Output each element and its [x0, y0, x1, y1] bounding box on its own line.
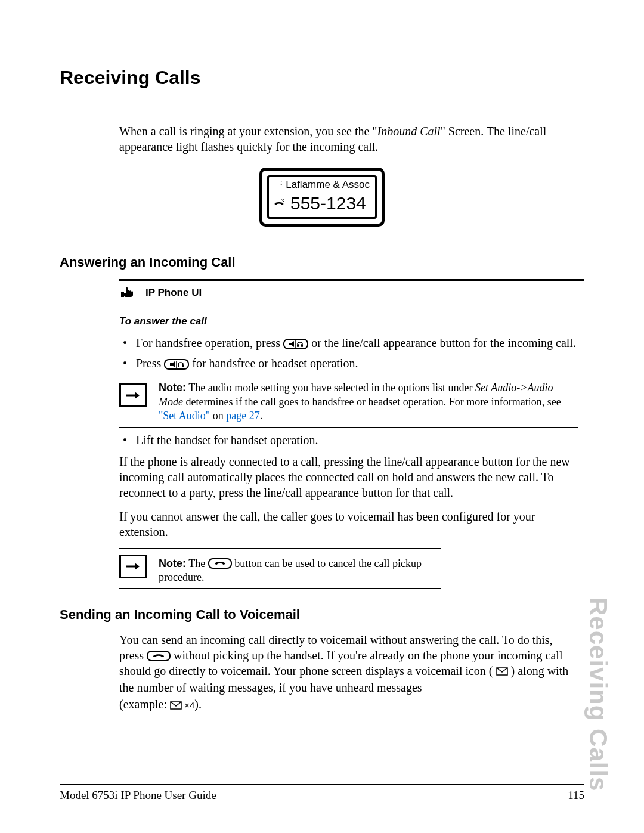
note2-a: The	[186, 558, 208, 569]
inbound-call-term: Inbound Call	[377, 125, 441, 138]
link-page-27[interactable]: page 27	[226, 410, 259, 422]
note-audio-mode: Note: The audio mode setting you have se…	[119, 377, 578, 427]
to-answer-title: To answer the call	[119, 315, 584, 328]
envelope-icon	[496, 664, 508, 679]
para-already-connected: If the phone is already connected to a c…	[119, 454, 578, 500]
svg-rect-3	[301, 344, 303, 347]
note1-end: .	[260, 410, 263, 422]
svg-rect-6	[182, 364, 184, 367]
bullet1b: or the line/call appearance button for t…	[311, 336, 576, 349]
bullet3: Lift the handset for handset operation.	[136, 433, 318, 447]
intro-prefix: When a call is ringing at your extension…	[119, 125, 377, 138]
note-label: Note:	[159, 382, 186, 394]
speaker-headset-button-icon	[164, 359, 189, 370]
arrow-right-icon	[119, 383, 147, 407]
svg-rect-2	[297, 344, 299, 347]
footer-page-number: 115	[568, 788, 584, 803]
bullet1a: For handsfree operation, press	[136, 336, 283, 349]
voicemail-paragraph: You can send an incoming call directly t…	[119, 632, 578, 714]
side-tab: Receiving Calls	[581, 597, 614, 791]
vm-e: ).	[194, 698, 202, 711]
list-item: Lift the handset for handset operation.	[119, 432, 578, 448]
arrow-right-icon	[119, 555, 147, 578]
answer-bullets-2: Lift the handset for handset operation.	[119, 432, 578, 448]
lcd-figure: ↕ Laflamme & Assoc 555-1234	[259, 168, 385, 227]
page-title: Receiving Calls	[60, 66, 584, 91]
para-cannot-answer: If you cannot answer the call, the calle…	[119, 509, 578, 540]
speaker-headset-button-icon	[283, 339, 308, 349]
ip-phone-ui-bar: IP Phone UI	[119, 279, 584, 305]
voicemail-heading: Sending an Incoming Call to Voicemail	[60, 606, 584, 624]
svg-rect-5	[178, 364, 179, 367]
note-cancel-pickup: Note: The button can be used to cancel t…	[119, 548, 441, 589]
vm-count: ×4	[182, 700, 194, 710]
lcd-indicator: ↕	[280, 179, 283, 186]
list-item: For handsfree operation, press or the li…	[119, 335, 578, 351]
note-label: Note:	[159, 558, 186, 569]
link-set-audio[interactable]: "Set Audio"	[159, 410, 210, 422]
note1-b: determines if the call goes to handsfree…	[183, 396, 561, 408]
ip-phone-ui-label: IP Phone UI	[145, 286, 202, 299]
hand-pointing-icon	[120, 284, 138, 301]
phone-ringing-icon	[274, 195, 284, 210]
note1-a: The audio mode setting you have selected…	[186, 382, 475, 394]
envelope-icon	[170, 698, 182, 713]
bullet2a: Press	[136, 357, 164, 370]
lcd-caller-number: 555-1234	[290, 191, 366, 215]
lcd-caller-name: Laflamme & Assoc	[286, 179, 370, 190]
goodbye-button-icon	[147, 651, 171, 661]
intro-paragraph: When a call is ringing at your extension…	[119, 123, 578, 154]
page-footer: Model 6753i IP Phone User Guide 115	[60, 784, 584, 803]
answer-bullets: For handsfree operation, press or the li…	[119, 335, 578, 371]
page: Receiving Calls Receiving Calls When a c…	[0, 0, 644, 833]
svg-rect-0	[121, 292, 124, 297]
answering-heading: Answering an Incoming Call	[60, 254, 584, 271]
bullet2b: for handsfree or headset operation.	[192, 357, 358, 370]
footer-doc-title: Model 6753i IP Phone User Guide	[60, 788, 216, 803]
vm-d: (example:	[119, 698, 170, 711]
list-item: Press for handsfree or headset operation…	[119, 355, 578, 371]
note1-mid: on	[210, 410, 226, 422]
goodbye-button-icon	[208, 558, 232, 569]
